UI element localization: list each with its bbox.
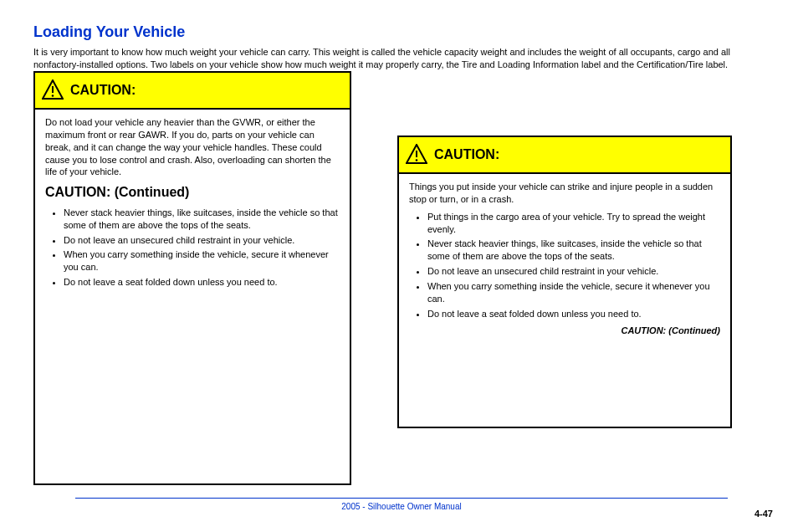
page-number: 4-47	[755, 509, 773, 519]
caution-box-left: CAUTION: Do not load your vehicle any he…	[33, 71, 351, 485]
intro-paragraph: It is very important to know how much we…	[33, 46, 761, 71]
caution-header-right: CAUTION:	[399, 137, 730, 174]
list-item: Do not leave a seat folded down unless y…	[64, 276, 340, 289]
warning-triangle-icon	[42, 79, 64, 101]
caution-bullet-list-right: Put things in the cargo area of your veh…	[409, 211, 720, 320]
svg-point-2	[52, 95, 54, 97]
caution-bullet-list-left: Never stack heavier things, like suitcas…	[45, 207, 340, 289]
caution-header-left: CAUTION:	[35, 73, 350, 110]
caution-body-left: Do not load your vehicle any heavier tha…	[35, 110, 350, 301]
list-item: Put things in the cargo area of your veh…	[427, 211, 720, 236]
warning-triangle-icon	[406, 144, 427, 166]
section-title: Loading Your Vehicle	[33, 23, 185, 41]
caution-body-right: Things you put inside your vehicle can s…	[399, 174, 730, 352]
caution-paragraph-right: Things you put inside your vehicle can s…	[409, 181, 720, 206]
list-item: Do not leave an unsecured child restrain…	[427, 265, 720, 278]
caution-continued-label: CAUTION: (Continued)	[45, 183, 340, 202]
list-item: Do not leave an unsecured child restrain…	[64, 234, 340, 247]
caution-label-right: CAUTION:	[434, 147, 499, 162]
caution-label-left: CAUTION:	[70, 83, 136, 98]
list-item: Never stack heavier things, like suitcas…	[427, 238, 720, 263]
list-item: When you carry something inside the vehi…	[64, 248, 340, 274]
caution-paragraph-left: Do not load your vehicle any heavier tha…	[45, 116, 340, 178]
footer-manual-title: 2005 - Silhouette Owner Manual	[75, 498, 728, 511]
list-item: Do not leave a seat folded down unless y…	[427, 308, 720, 320]
list-item: When you carry something inside the vehi…	[427, 280, 720, 305]
svg-point-5	[416, 159, 418, 161]
caution-continued-right: CAUTION: (Continued)	[409, 325, 720, 337]
list-item: Never stack heavier things, like suitcas…	[64, 207, 340, 232]
caution-box-right: CAUTION: Things you put inside your vehi…	[397, 136, 732, 428]
